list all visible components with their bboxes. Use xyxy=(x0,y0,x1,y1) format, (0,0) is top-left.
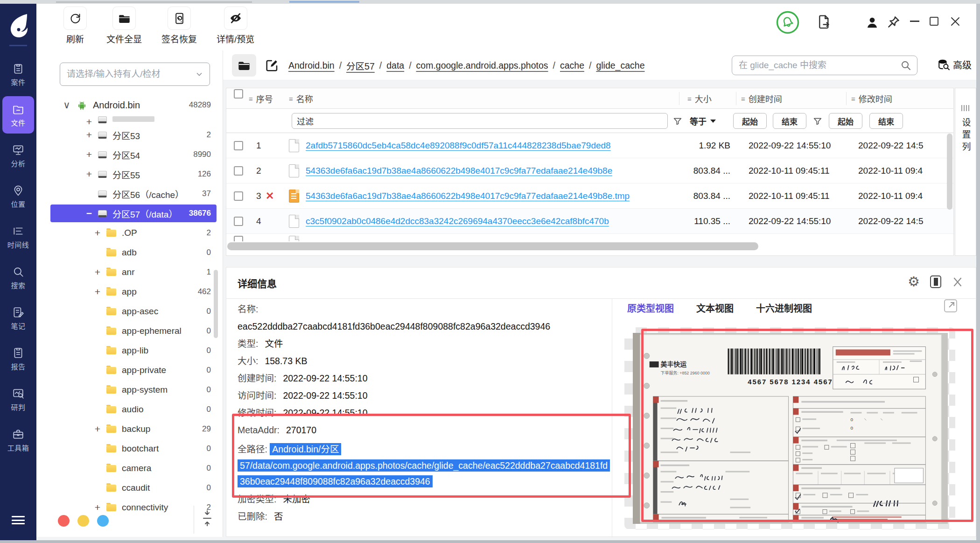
table-row[interactable]: 2 54363de6fa6ac19d7b38ae4a8660622b498e40… xyxy=(226,158,953,183)
advanced-search-button[interactable]: 高级 xyxy=(938,58,972,71)
vertical-scrollbar[interactable] xyxy=(947,134,952,210)
created-end-input[interactable]: 结束 xyxy=(773,113,806,129)
tab-text-view[interactable]: 文本视图 xyxy=(696,301,734,315)
tree-node-selected[interactable]: −分区57（/data）38676 xyxy=(36,204,223,223)
column-header-name[interactable]: ≡名称 xyxy=(289,88,313,109)
search-icon[interactable] xyxy=(900,60,911,71)
breadcrumb-segment[interactable]: com.google.android.apps.photos xyxy=(416,60,548,71)
sidebar-item-location[interactable]: 位置 xyxy=(0,176,36,217)
tree-node[interactable]: app-system0 xyxy=(36,380,223,400)
blue-legend-dot[interactable] xyxy=(97,515,109,527)
column-header-index[interactable]: ≡序号 xyxy=(249,88,273,109)
tree-node[interactable]: app-ephemeral0 xyxy=(36,321,223,341)
sidebar-item-toolbox[interactable]: 工具箱 xyxy=(0,420,36,460)
tree-node[interactable]: app-lib0 xyxy=(36,341,223,360)
user-account-icon[interactable] xyxy=(865,15,879,29)
select-all-checkbox[interactable] xyxy=(234,89,243,99)
breadcrumb-segment[interactable]: data xyxy=(386,60,404,71)
column-header-modified[interactable]: ≡修改时间 xyxy=(851,88,892,109)
sidebar-item-notes[interactable]: 笔记 xyxy=(0,298,36,338)
horizontal-scrollbar[interactable] xyxy=(227,242,758,250)
tree-node[interactable]: +分区548990 xyxy=(36,145,223,164)
file-name-link[interactable]: c3c5f0902ab0c0486e4d2dcc83a3242c269694a4… xyxy=(306,209,609,234)
panel-layout-icon[interactable] xyxy=(930,275,941,288)
tree-node[interactable]: ccaudit0 xyxy=(36,478,223,498)
table-row-deleted[interactable]: 3 ✕ 54363de6fa6ac19d7b38ae4a8660622b498e… xyxy=(226,183,953,209)
close-window-button[interactable] xyxy=(950,16,961,27)
modified-start-input[interactable]: 起始 xyxy=(829,113,862,129)
modified-end-input[interactable]: 结束 xyxy=(869,113,903,129)
red-legend-dot[interactable] xyxy=(58,515,70,527)
filter-funnel-icon[interactable] xyxy=(672,116,683,127)
row-checkbox[interactable] xyxy=(234,191,243,201)
expand-icon[interactable]: + xyxy=(93,267,102,278)
show-all-files-button[interactable]: 文件全显 xyxy=(106,7,142,45)
sidebar-item-search[interactable]: 搜索 xyxy=(0,257,36,298)
folder-view-button[interactable] xyxy=(232,54,256,77)
tree-node[interactable]: audio0 xyxy=(36,400,223,419)
column-settings-strip[interactable]: 设置列 xyxy=(955,88,976,256)
detail-preview-toggle-button[interactable]: 详情/预览 xyxy=(217,7,254,45)
search-input[interactable] xyxy=(738,60,900,71)
tree-node[interactable]: app-asec0 xyxy=(36,302,223,321)
tree-node[interactable]: +.OP2 xyxy=(36,223,223,243)
tree-node[interactable]: camera0 xyxy=(36,458,223,478)
collapse-icon[interactable]: − xyxy=(85,208,93,219)
chevron-expanded-icon[interactable]: ∨ xyxy=(63,99,71,111)
file-name-link[interactable]: 54363de6fa6ac19d7b38ae4a8660622b498e4017… xyxy=(306,183,630,209)
filter-funnel-icon[interactable] xyxy=(812,116,823,127)
table-row[interactable]: 4 c3c5f0902ab0c0486e4d2dcc83a3242c269694… xyxy=(226,209,953,234)
row-checkbox[interactable] xyxy=(234,166,243,176)
name-filter-input[interactable] xyxy=(292,113,668,129)
expand-icon[interactable]: + xyxy=(93,227,102,239)
sidebar-item-case[interactable]: 案件 xyxy=(0,54,36,95)
row-checkbox[interactable] xyxy=(234,217,243,226)
yellow-legend-dot[interactable] xyxy=(77,515,89,527)
file-name-link[interactable]: 2afdb5715860dc5eb4ca58dc4e892088f9c0df57… xyxy=(306,133,611,158)
tree-node[interactable]: adb0 xyxy=(36,243,223,262)
breadcrumb-segment[interactable]: Android.bin xyxy=(288,60,335,71)
holder-select-input[interactable] xyxy=(66,69,195,80)
expand-icon[interactable]: + xyxy=(93,423,102,435)
notification-bell-button[interactable] xyxy=(776,10,800,35)
export-icon[interactable] xyxy=(817,14,833,30)
column-header-created[interactable]: ≡创建时间 xyxy=(741,88,782,109)
tab-hex-view[interactable]: 十六进制视图 xyxy=(756,301,812,315)
tree-node[interactable]: bootchart0 xyxy=(36,439,223,458)
edit-path-icon[interactable] xyxy=(265,58,279,72)
row-checkbox[interactable] xyxy=(234,141,243,150)
created-start-input[interactable]: 起始 xyxy=(733,113,767,129)
expand-icon[interactable]: + xyxy=(85,129,93,141)
tree-node[interactable]: +分区55126 xyxy=(36,164,223,184)
close-details-icon[interactable] xyxy=(952,276,964,288)
breadcrumb-segment[interactable]: 分区57 xyxy=(346,59,375,72)
search-box[interactable] xyxy=(732,56,917,75)
expand-icon[interactable]: + xyxy=(93,502,102,513)
tree-node[interactable]: 分区56（/cache）37 xyxy=(36,184,223,204)
maximize-button[interactable] xyxy=(930,17,938,26)
file-name-link[interactable]: 54363de6fa6ac19d7b38ae4a8660622b498e4017… xyxy=(306,158,612,183)
sidebar-item-timeline[interactable]: 时间线 xyxy=(0,217,36,257)
tree-node[interactable]: +app462 xyxy=(36,282,223,302)
pin-icon[interactable] xyxy=(887,15,901,29)
expand-icon[interactable]: + xyxy=(85,149,93,160)
sidebar-item-files[interactable]: 文件 xyxy=(0,95,36,135)
size-operator-dropdown[interactable]: 等于 xyxy=(690,113,726,129)
holder-select[interactable] xyxy=(60,63,210,86)
tab-original-view[interactable]: 原类型视图 xyxy=(627,301,674,315)
column-header-size[interactable]: ≡大小 xyxy=(687,88,712,109)
tree-node[interactable]: +anr1 xyxy=(36,262,223,282)
gear-icon[interactable]: ⚙ xyxy=(908,275,920,289)
sidebar-item-research[interactable]: 研判 xyxy=(0,379,36,420)
expand-icon[interactable]: + xyxy=(85,169,93,180)
sidebar-item-analysis[interactable]: 分析 xyxy=(0,135,36,176)
expand-icon[interactable]: + xyxy=(93,286,102,297)
signature-recovery-button[interactable]: 签名恢复 xyxy=(161,7,197,45)
tree-node[interactable]: app-private0 xyxy=(36,360,223,380)
sidebar-item-report[interactable]: 报告 xyxy=(0,338,36,379)
menu-hamburger-icon[interactable] xyxy=(12,516,25,525)
tree-node[interactable]: +分区532 xyxy=(36,125,223,145)
tree-node-root[interactable]: ∨ Android.bin 48289 xyxy=(36,95,223,115)
open-in-new-window-icon[interactable] xyxy=(944,299,957,312)
refresh-button[interactable]: 刷新 xyxy=(63,7,87,45)
